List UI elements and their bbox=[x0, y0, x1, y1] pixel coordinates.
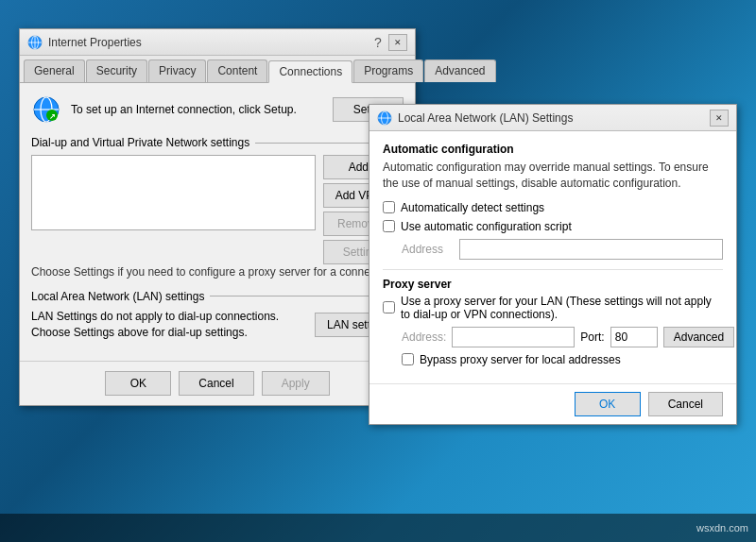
auto-address-input[interactable] bbox=[459, 239, 723, 260]
lan-ok-button[interactable]: OK bbox=[575, 392, 641, 416]
lan-info-text: LAN Settings do not apply to dial-up con… bbox=[31, 309, 307, 341]
tab-advanced[interactable]: Advanced bbox=[424, 59, 495, 82]
auto-detect-row: Automatically detect settings bbox=[383, 201, 723, 214]
bypass-checkbox[interactable] bbox=[402, 353, 414, 365]
setup-section: ↗ To set up an Internet connection, clic… bbox=[31, 94, 404, 125]
lan-title: Local Area Network (LAN) settings bbox=[31, 290, 204, 303]
lan-settings-dialog: Local Area Network (LAN) Settings ✕ Auto… bbox=[369, 104, 737, 425]
tab-programs[interactable]: Programs bbox=[353, 59, 423, 82]
auto-config-title: Automatic configuration bbox=[383, 143, 723, 156]
ok-button[interactable]: OK bbox=[105, 371, 171, 396]
bypass-row: Bypass proxy server for local addresses bbox=[383, 353, 723, 366]
proxy-server-title: Proxy server bbox=[383, 278, 723, 291]
auto-address-row: Address bbox=[383, 239, 723, 260]
cancel-button[interactable]: Cancel bbox=[179, 371, 253, 396]
proxy-server-section: Proxy server Use a proxy server for your… bbox=[383, 278, 723, 366]
proxy-advanced-button[interactable]: Advanced bbox=[663, 327, 734, 347]
auto-config-section: Automatic configuration Automatic config… bbox=[383, 143, 723, 260]
connections-tab-content: ↗ To set up an Internet connection, clic… bbox=[20, 83, 415, 361]
proxy-port-label: Port: bbox=[580, 330, 604, 344]
divider bbox=[383, 269, 723, 270]
proxy-enable-row: Use a proxy server for your LAN (These s… bbox=[383, 295, 723, 321]
lan-dialog-controls: ✕ bbox=[710, 110, 729, 127]
setup-text: To set up an Internet connection, click … bbox=[71, 102, 323, 118]
tab-bar: General Security Privacy Content Connect… bbox=[20, 56, 415, 83]
internet-props-footer: OK Cancel Apply bbox=[20, 361, 415, 405]
internet-properties-window: Internet Properties ? ✕ General Security… bbox=[19, 28, 416, 406]
lan-close-button[interactable]: ✕ bbox=[710, 110, 729, 127]
setup-icon: ↗ bbox=[31, 94, 61, 125]
lan-section: Local Area Network (LAN) settings LAN Se… bbox=[31, 290, 404, 341]
lan-dialog-title: Local Area Network (LAN) Settings bbox=[398, 111, 710, 125]
auto-config-desc: Automatic configuration may override man… bbox=[383, 160, 723, 192]
tab-security[interactable]: Security bbox=[86, 59, 147, 82]
internet-props-titlebar[interactable]: Internet Properties ? ✕ bbox=[20, 29, 415, 56]
proxy-enable-label: Use a proxy server for your LAN (These s… bbox=[401, 295, 723, 321]
proxy-addr-row: Address: Port: Advanced bbox=[383, 327, 723, 347]
taskbar-label: wsxdn.com bbox=[696, 522, 748, 534]
lan-dialog-titlebar[interactable]: Local Area Network (LAN) Settings ✕ bbox=[369, 105, 736, 131]
help-button[interactable]: ? bbox=[369, 34, 387, 51]
lan-cancel-button[interactable]: Cancel bbox=[648, 392, 723, 416]
proxy-info-text: Choose Settings if you need to configure… bbox=[31, 264, 404, 280]
auto-detect-label: Automatically detect settings bbox=[401, 201, 544, 214]
tab-general[interactable]: General bbox=[24, 59, 85, 82]
dialup-title: Dial-up and Virtual Private Network sett… bbox=[31, 136, 249, 149]
tab-connections[interactable]: Connections bbox=[268, 60, 352, 83]
apply-button[interactable]: Apply bbox=[262, 371, 330, 396]
taskbar: wsxdn.com bbox=[0, 514, 756, 542]
dialup-title-bar: Dial-up and Virtual Private Network sett… bbox=[31, 136, 404, 149]
bypass-label: Bypass proxy server for local addresses bbox=[420, 353, 621, 366]
proxy-enable-checkbox[interactable] bbox=[383, 301, 395, 313]
auto-script-row: Use automatic configuration script bbox=[383, 220, 723, 233]
proxy-addr-label: Address: bbox=[402, 330, 446, 344]
tab-content[interactable]: Content bbox=[207, 59, 267, 82]
close-button[interactable]: ✕ bbox=[388, 34, 407, 51]
internet-props-title: Internet Properties bbox=[48, 36, 369, 49]
lan-dialog-content: Automatic configuration Automatic config… bbox=[369, 131, 736, 383]
svg-text:↗: ↗ bbox=[49, 112, 56, 121]
window-controls: ? ✕ bbox=[369, 34, 407, 51]
lan-info-row: LAN Settings do not apply to dial-up con… bbox=[31, 309, 404, 341]
auto-script-checkbox[interactable] bbox=[383, 220, 395, 232]
tab-privacy[interactable]: Privacy bbox=[148, 59, 206, 82]
lan-dialog-icon bbox=[377, 110, 392, 126]
auto-script-label: Use automatic configuration script bbox=[401, 220, 572, 233]
auto-detect-checkbox[interactable] bbox=[383, 201, 395, 213]
lan-dialog-footer: OK Cancel bbox=[369, 383, 736, 424]
proxy-port-input[interactable] bbox=[610, 327, 658, 347]
proxy-address-input[interactable] bbox=[452, 327, 575, 347]
dialup-action-row: Add... Add VPN... Remove... Settings bbox=[31, 155, 404, 264]
dialup-section: Dial-up and Virtual Private Network sett… bbox=[31, 136, 404, 280]
lan-title-bar: Local Area Network (LAN) settings bbox=[31, 290, 404, 303]
auto-address-label: Address bbox=[402, 243, 454, 256]
internet-props-icon bbox=[27, 35, 43, 50]
dialup-listbox[interactable] bbox=[31, 155, 316, 230]
